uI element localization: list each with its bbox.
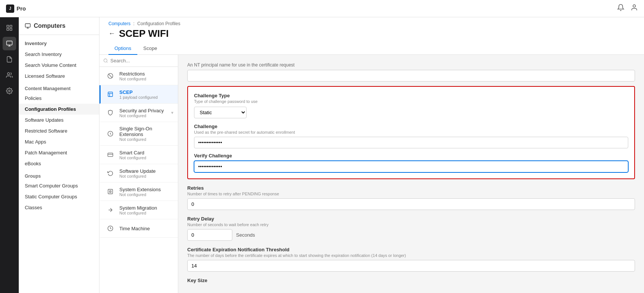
sidebar-item-licensed-software[interactable]: Licensed Software [19,71,99,82]
sso-icon [105,128,116,139]
sidebar-title: Computers [34,23,65,29]
svg-line-14 [107,62,107,62]
security-name: Security and Privacy [119,108,167,113]
challenge-type-select[interactable]: Static Dynamic None [194,107,247,118]
payload-item-scep[interactable]: SCEP 1 payload configured [99,85,178,104]
svg-rect-3 [10,29,12,30]
key-size-field: Key Size [187,278,635,283]
sidebar-section-inventory: Inventory Search Inventory Search Volume… [19,35,99,82]
payload-search-container [99,55,178,67]
retry-delay-label: Retry Delay [187,216,635,222]
scep-icon [105,89,116,100]
app-logo: J Pro [6,5,26,13]
back-arrow[interactable]: ← [108,30,115,38]
sidebar-item-patch-management[interactable]: Patch Management [19,147,99,158]
restrictions-name: Restrictions [119,71,173,77]
nav-icon-users[interactable] [3,68,16,82]
system-migration-status: Not configured [119,211,173,215]
retries-input[interactable] [187,198,635,210]
software-update-icon [105,168,116,178]
sidebar-item-mac-apps[interactable]: Mac Apps [19,136,99,147]
svg-rect-4 [7,29,9,30]
svg-point-0 [633,5,636,8]
payload-item-security-privacy[interactable]: Security and Privacy Not configured ▾ [99,104,178,122]
svg-line-16 [108,74,112,77]
sidebar-item-search-volume[interactable]: Search Volume Content [19,60,99,71]
software-update-name: Software Update [119,168,173,174]
time-machine-icon [105,223,116,234]
breadcrumb-parent: Computers [108,21,131,26]
sidebar-item-inventory[interactable]: Inventory [19,38,99,49]
tab-options[interactable]: Options [108,42,137,55]
sidebar-item-config-profiles[interactable]: Configuration Profiles [19,104,99,115]
verify-challenge-input[interactable] [194,161,628,172]
page-title: SCEP WIFI [119,28,169,39]
challenge-label: Challenge [194,124,628,129]
smart-card-name: Smart Card [119,150,173,156]
payload-item-time-machine[interactable]: Time Machine [99,219,178,238]
challenge-type-label: Challenge Type [194,93,628,98]
smart-card-status: Not configured [119,156,173,160]
scep-name: SCEP [119,89,173,95]
restrictions-icon [105,71,116,81]
user-icon[interactable] [630,4,638,13]
cert-expiry-label: Certificate Expiration Notification Thre… [187,247,635,252]
payload-item-system-migration[interactable]: System Migration Not configured [99,201,178,219]
nt-principal-label: An NT principal name for use in the cert… [187,62,635,68]
nt-principal-input[interactable] [187,70,635,82]
cert-expiry-field: Certificate Expiration Notification Thre… [187,247,635,272]
challenge-type-desc: Type of challenge password to use [194,99,628,104]
system-extensions-status: Not configured [119,192,173,197]
challenge-input[interactable] [194,137,628,148]
sidebar-item-software-updates[interactable]: Software Updates [19,115,99,125]
retry-delay-input[interactable] [187,229,232,241]
svg-point-9 [9,90,11,92]
nav-icon-dashboard[interactable] [3,21,16,35]
payload-search-input[interactable] [110,58,174,63]
svg-rect-2 [10,25,12,27]
nav-icon-settings[interactable] [3,84,16,98]
key-size-label: Key Size [187,278,635,283]
sidebar-item-classes[interactable]: Classes [19,202,99,213]
sso-status: Not configured [119,137,173,142]
sidebar-item-search-inventory[interactable]: Search Inventory [19,49,99,60]
top-right-icons [617,4,638,13]
system-migration-name: System Migration [119,205,173,211]
time-machine-name: Time Machine [119,226,173,231]
retries-label: Retries [187,185,635,191]
tab-scope[interactable]: Scope [137,42,163,55]
cert-expiry-desc: The number of days before the certificat… [187,253,635,258]
restrictions-status: Not configured [119,77,173,81]
retries-field: Retries Number of times to retry after P… [187,185,635,210]
security-status: Not configured [119,113,167,118]
sidebar-item-restricted-software[interactable]: Restricted Software [19,125,99,136]
verify-challenge-label: Verify Challenge [194,153,628,159]
challenge-desc: Used as the pre-shared secret for automa… [194,130,628,134]
sidebar-item-policies[interactable]: Policies [19,93,99,104]
svg-point-8 [8,72,10,75]
challenge-type-field: Challenge Type Type of challenge passwor… [194,93,628,118]
system-migration-icon [105,205,116,215]
sidebar-item-smart-computer-groups[interactable]: Smart Computer Groups [19,180,99,191]
breadcrumb-current: Configuration Profiles [137,21,181,26]
payload-item-smart-card[interactable]: Smart Card Not configured [99,146,178,164]
retry-delay-field: Retry Delay Number of seconds to wait be… [187,216,635,241]
sidebar: Computers Inventory Search Inventory Sea… [19,17,99,293]
icon-nav [0,17,19,293]
security-chevron: ▾ [171,110,173,115]
sidebar-item-ebooks[interactable]: eBooks [19,158,99,169]
nav-icon-reports[interactable] [3,53,16,66]
cert-expiry-input[interactable] [187,260,635,272]
payload-item-software-update[interactable]: Software Update Not configured [99,164,178,183]
svg-rect-1 [7,25,9,27]
sidebar-item-static-computer-groups[interactable]: Static Computer Groups [19,191,99,202]
notification-icon[interactable] [617,4,624,13]
payload-item-sso[interactable]: Single Sign-On Extensions Not configured [99,122,178,146]
payload-item-system-extensions[interactable]: System Extensions Not configured [99,183,178,201]
retries-desc: Number of times to retry after PENDING r… [187,192,635,196]
nav-icon-computers[interactable] [3,37,16,50]
payload-item-restrictions[interactable]: Restrictions Not configured [99,67,178,85]
security-icon [105,107,116,118]
sso-name: Single Sign-On Extensions [119,126,173,137]
system-extensions-icon [105,186,116,197]
